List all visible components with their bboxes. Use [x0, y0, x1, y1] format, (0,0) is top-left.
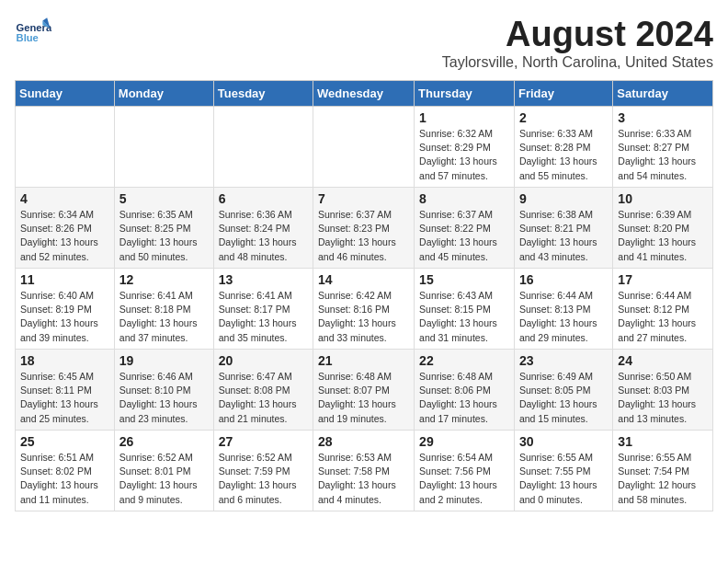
logo-icon: General Blue	[15, 15, 51, 52]
calendar-cell: 7Sunrise: 6:37 AM Sunset: 8:23 PM Daylig…	[313, 188, 415, 269]
calendar-cell: 20Sunrise: 6:47 AM Sunset: 8:08 PM Dayli…	[213, 350, 313, 431]
calendar-cell: 18Sunrise: 6:45 AM Sunset: 8:11 PM Dayli…	[16, 350, 115, 431]
day-info: Sunrise: 6:46 AM Sunset: 8:10 PM Dayligh…	[119, 370, 209, 426]
day-number: 8	[419, 191, 509, 206]
day-number: 19	[119, 353, 209, 368]
day-number: 4	[20, 191, 109, 206]
day-info: Sunrise: 6:53 AM Sunset: 7:58 PM Dayligh…	[318, 451, 409, 507]
day-info: Sunrise: 6:52 AM Sunset: 8:01 PM Dayligh…	[119, 451, 209, 507]
calendar-cell	[16, 107, 115, 188]
month-title: August 2024	[442, 15, 713, 54]
calendar-cell: 8Sunrise: 6:37 AM Sunset: 8:22 PM Daylig…	[415, 188, 515, 269]
day-number: 28	[318, 434, 409, 449]
calendar-cell: 3Sunrise: 6:33 AM Sunset: 8:27 PM Daylig…	[613, 107, 713, 188]
dow-monday: Monday	[114, 81, 213, 107]
calendar-cell: 17Sunrise: 6:44 AM Sunset: 8:12 PM Dayli…	[613, 269, 713, 350]
day-info: Sunrise: 6:41 AM Sunset: 8:18 PM Dayligh…	[119, 289, 209, 345]
day-info: Sunrise: 6:33 AM Sunset: 8:27 PM Dayligh…	[618, 127, 708, 183]
day-info: Sunrise: 6:40 AM Sunset: 8:19 PM Dayligh…	[20, 289, 109, 345]
calendar-cell: 28Sunrise: 6:53 AM Sunset: 7:58 PM Dayli…	[313, 431, 415, 511]
day-info: Sunrise: 6:47 AM Sunset: 8:08 PM Dayligh…	[219, 370, 308, 426]
calendar-cell: 14Sunrise: 6:42 AM Sunset: 8:16 PM Dayli…	[313, 269, 415, 350]
calendar-cell: 16Sunrise: 6:44 AM Sunset: 8:13 PM Dayli…	[514, 269, 612, 350]
calendar-cell: 15Sunrise: 6:43 AM Sunset: 8:15 PM Dayli…	[415, 269, 515, 350]
calendar-cell	[114, 107, 213, 188]
calendar-cell: 4Sunrise: 6:34 AM Sunset: 8:26 PM Daylig…	[16, 188, 115, 269]
day-number: 14	[318, 272, 409, 287]
calendar-cell: 6Sunrise: 6:36 AM Sunset: 8:24 PM Daylig…	[213, 188, 313, 269]
calendar-cell: 22Sunrise: 6:48 AM Sunset: 8:06 PM Dayli…	[415, 350, 515, 431]
day-number: 20	[219, 353, 308, 368]
day-info: Sunrise: 6:37 AM Sunset: 8:22 PM Dayligh…	[419, 208, 509, 264]
day-info: Sunrise: 6:49 AM Sunset: 8:05 PM Dayligh…	[519, 370, 608, 426]
day-number: 7	[318, 191, 409, 206]
calendar-cell: 13Sunrise: 6:41 AM Sunset: 8:17 PM Dayli…	[213, 269, 313, 350]
day-number: 12	[119, 272, 209, 287]
logo: General Blue	[15, 15, 51, 52]
day-info: Sunrise: 6:51 AM Sunset: 8:02 PM Dayligh…	[20, 451, 109, 507]
day-info: Sunrise: 6:38 AM Sunset: 8:21 PM Dayligh…	[519, 208, 608, 264]
calendar-cell	[213, 107, 313, 188]
day-number: 17	[618, 272, 708, 287]
day-number: 13	[219, 272, 308, 287]
calendar-cell: 31Sunrise: 6:55 AM Sunset: 7:54 PM Dayli…	[613, 431, 713, 511]
day-number: 2	[519, 110, 608, 125]
calendar-cell: 30Sunrise: 6:55 AM Sunset: 7:55 PM Dayli…	[514, 431, 612, 511]
week-row-4: 25Sunrise: 6:51 AM Sunset: 8:02 PM Dayli…	[16, 431, 713, 511]
dow-tuesday: Tuesday	[213, 81, 313, 107]
svg-text:Blue: Blue	[17, 32, 39, 43]
title-area: August 2024 Taylorsville, North Carolina…	[442, 15, 713, 71]
day-number: 29	[419, 434, 509, 449]
day-info: Sunrise: 6:48 AM Sunset: 8:07 PM Dayligh…	[318, 370, 409, 426]
dow-saturday: Saturday	[613, 81, 713, 107]
week-row-0: 1Sunrise: 6:32 AM Sunset: 8:29 PM Daylig…	[16, 107, 713, 188]
day-number: 16	[519, 272, 608, 287]
day-info: Sunrise: 6:42 AM Sunset: 8:16 PM Dayligh…	[318, 289, 409, 345]
day-number: 5	[119, 191, 209, 206]
day-number: 30	[519, 434, 608, 449]
day-info: Sunrise: 6:48 AM Sunset: 8:06 PM Dayligh…	[419, 370, 509, 426]
calendar-cell: 23Sunrise: 6:49 AM Sunset: 8:05 PM Dayli…	[514, 350, 612, 431]
calendar-table: SundayMondayTuesdayWednesdayThursdayFrid…	[15, 80, 713, 511]
day-number: 11	[20, 272, 109, 287]
day-info: Sunrise: 6:45 AM Sunset: 8:11 PM Dayligh…	[20, 370, 109, 426]
day-number: 25	[20, 434, 109, 449]
dow-friday: Friday	[514, 81, 612, 107]
day-number: 31	[618, 434, 708, 449]
calendar-cell	[313, 107, 415, 188]
calendar-cell: 1Sunrise: 6:32 AM Sunset: 8:29 PM Daylig…	[415, 107, 515, 188]
day-info: Sunrise: 6:33 AM Sunset: 8:28 PM Dayligh…	[519, 127, 608, 183]
calendar-cell: 10Sunrise: 6:39 AM Sunset: 8:20 PM Dayli…	[613, 188, 713, 269]
calendar-cell: 9Sunrise: 6:38 AM Sunset: 8:21 PM Daylig…	[514, 188, 612, 269]
dow-thursday: Thursday	[415, 81, 515, 107]
day-number: 24	[618, 353, 708, 368]
day-number: 10	[618, 191, 708, 206]
day-number: 26	[119, 434, 209, 449]
calendar-cell: 2Sunrise: 6:33 AM Sunset: 8:28 PM Daylig…	[514, 107, 612, 188]
day-number: 23	[519, 353, 608, 368]
location-subtitle: Taylorsville, North Carolina, United Sta…	[442, 54, 713, 71]
day-info: Sunrise: 6:41 AM Sunset: 8:17 PM Dayligh…	[219, 289, 308, 345]
calendar-cell: 21Sunrise: 6:48 AM Sunset: 8:07 PM Dayli…	[313, 350, 415, 431]
day-number: 6	[219, 191, 308, 206]
day-info: Sunrise: 6:34 AM Sunset: 8:26 PM Dayligh…	[20, 208, 109, 264]
day-number: 3	[618, 110, 708, 125]
calendar-cell: 5Sunrise: 6:35 AM Sunset: 8:25 PM Daylig…	[114, 188, 213, 269]
day-info: Sunrise: 6:36 AM Sunset: 8:24 PM Dayligh…	[219, 208, 308, 264]
dow-wednesday: Wednesday	[313, 81, 415, 107]
calendar-cell: 29Sunrise: 6:54 AM Sunset: 7:56 PM Dayli…	[415, 431, 515, 511]
day-number: 22	[419, 353, 509, 368]
day-info: Sunrise: 6:32 AM Sunset: 8:29 PM Dayligh…	[419, 127, 509, 183]
header: General Blue August 2024 Taylorsville, N…	[15, 15, 713, 71]
week-row-1: 4Sunrise: 6:34 AM Sunset: 8:26 PM Daylig…	[16, 188, 713, 269]
week-row-2: 11Sunrise: 6:40 AM Sunset: 8:19 PM Dayli…	[16, 269, 713, 350]
day-number: 21	[318, 353, 409, 368]
calendar-cell: 25Sunrise: 6:51 AM Sunset: 8:02 PM Dayli…	[16, 431, 115, 511]
day-info: Sunrise: 6:43 AM Sunset: 8:15 PM Dayligh…	[419, 289, 509, 345]
day-info: Sunrise: 6:55 AM Sunset: 7:54 PM Dayligh…	[618, 451, 708, 507]
day-info: Sunrise: 6:44 AM Sunset: 8:13 PM Dayligh…	[519, 289, 608, 345]
day-info: Sunrise: 6:52 AM Sunset: 7:59 PM Dayligh…	[219, 451, 308, 507]
day-info: Sunrise: 6:37 AM Sunset: 8:23 PM Dayligh…	[318, 208, 409, 264]
day-info: Sunrise: 6:35 AM Sunset: 8:25 PM Dayligh…	[119, 208, 209, 264]
day-info: Sunrise: 6:55 AM Sunset: 7:55 PM Dayligh…	[519, 451, 608, 507]
